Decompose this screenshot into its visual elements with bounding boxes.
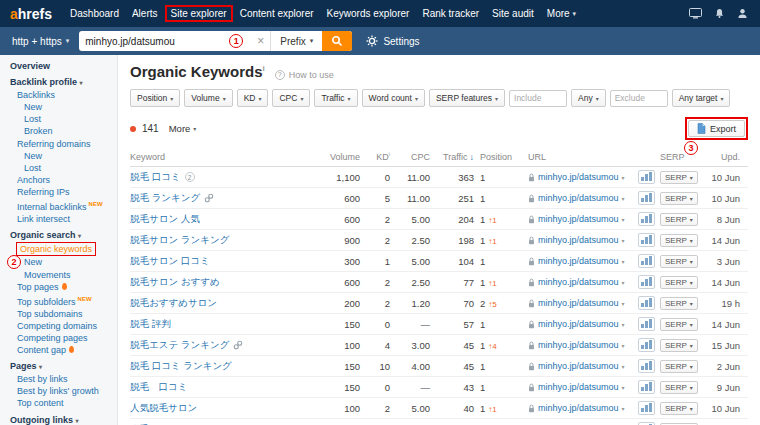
sidebar-item-link-intersect[interactable]: Link intersect	[10, 213, 115, 225]
url-link[interactable]: minhyo.jp/datsumou	[538, 193, 619, 203]
sidebar-item-best-by-links-growth[interactable]: Best by links' growth	[10, 385, 115, 397]
url-link[interactable]: minhyo.jp/datsumou	[538, 319, 619, 329]
column-header-volume[interactable]: Volume	[316, 152, 366, 162]
keyword-chart-button[interactable]	[638, 212, 655, 226]
keyword-chart-button[interactable]	[638, 380, 655, 394]
nav-item-dashboard[interactable]: Dashboard	[64, 5, 125, 22]
keyword-link[interactable]: 人気脱毛サロン	[130, 402, 197, 415]
serp-dropdown-button[interactable]: SERP▾	[660, 171, 698, 184]
nav-item-site-explorer[interactable]: Site explorer	[165, 5, 233, 22]
keyword-link[interactable]: 脱毛おすすめサロン	[130, 297, 217, 310]
filter-cpc-button[interactable]: CPC▾	[272, 89, 310, 107]
clear-input-icon[interactable]: ×	[251, 34, 270, 48]
sidebar-item-anchors[interactable]: Anchors	[10, 174, 115, 186]
export-button[interactable]: Export	[688, 120, 745, 137]
exclude-filter-input[interactable]	[610, 90, 668, 107]
column-header-kd[interactable]: KDi	[366, 151, 396, 162]
keyword-link[interactable]: 脱毛 口コミ	[130, 381, 187, 394]
sidebar-item-top-subdomains[interactable]: Top subdomains	[10, 308, 115, 320]
serp-dropdown-button[interactable]: SERP▾	[660, 213, 698, 226]
url-dropdown-icon[interactable]: ▾	[622, 384, 625, 391]
keyword-link[interactable]: 脱毛サロン ランキング	[130, 234, 229, 247]
keyword-chart-button[interactable]	[638, 317, 655, 331]
keyword-chart-button[interactable]	[638, 359, 655, 373]
url-link[interactable]: minhyo.jp/datsumou	[538, 277, 619, 287]
protocol-select[interactable]: http + https▾	[10, 36, 79, 47]
target-mode-button[interactable]: Any target▾	[672, 89, 731, 107]
serp-dropdown-button[interactable]: SERP▾	[660, 318, 698, 331]
keyword-link[interactable]: 脱毛エステ ランキング	[130, 339, 229, 352]
url-dropdown-icon[interactable]: ▾	[622, 363, 625, 370]
filter-traffic-button[interactable]: Traffic▾	[314, 89, 357, 107]
url-dropdown-icon[interactable]: ▾	[622, 405, 625, 412]
keyword-chart-button[interactable]	[638, 275, 655, 289]
sidebar-item-competing-pages[interactable]: Competing pages	[10, 332, 115, 344]
nav-item-keywords-explorer[interactable]: Keywords explorer	[321, 5, 416, 22]
sidebar-item-new[interactable]: New	[10, 150, 115, 162]
sidebar-item-top-subfolders[interactable]: Top subfoldersNEW	[10, 293, 115, 308]
sidebar-item-organic-search[interactable]: Organic search ▾	[10, 229, 115, 242]
sidebar-item-content-gap[interactable]: Content gap	[10, 344, 115, 356]
serp-dropdown-button[interactable]: SERP▾	[660, 297, 698, 310]
nav-item-rank-tracker[interactable]: Rank tracker	[416, 5, 485, 22]
keyword-chart-button[interactable]	[638, 296, 655, 310]
nav-item-alerts[interactable]: Alerts	[126, 5, 164, 22]
url-dropdown-icon[interactable]: ▾	[622, 195, 625, 202]
keyword-link[interactable]: 脱毛サロン 口コミ	[130, 255, 210, 268]
sidebar-item-overview[interactable]: Overview	[10, 60, 115, 72]
sidebar-item-pages[interactable]: Pages ▾	[10, 360, 115, 373]
serp-dropdown-button[interactable]: SERP▾	[660, 381, 698, 394]
keyword-link[interactable]: 脱毛 評判	[130, 318, 171, 331]
how-to-use-link[interactable]: ?How to use	[275, 70, 334, 80]
bell-icon[interactable]	[714, 8, 725, 19]
include-filter-input[interactable]	[509, 90, 567, 107]
sidebar-item-internal-backlinks[interactable]: Internal backlinksNEW	[10, 198, 115, 213]
keyword-link[interactable]: 脱毛サロン おすすめ	[130, 276, 220, 289]
keyword-link[interactable]: 脱毛 口コミ ランキング	[130, 360, 232, 373]
more-button[interactable]: More▾	[169, 123, 197, 134]
serp-dropdown-button[interactable]: SERP▾	[660, 234, 698, 247]
keyword-chart-button[interactable]	[638, 233, 655, 247]
sidebar-item-competing-domains[interactable]: Competing domains	[10, 320, 115, 332]
serp-dropdown-button[interactable]: SERP▾	[660, 339, 698, 352]
url-link[interactable]: minhyo.jp/datsumou	[538, 361, 619, 371]
url-link[interactable]: minhyo.jp/datsumou	[538, 403, 619, 413]
sidebar-item-outgoing-links[interactable]: Outgoing links ▾	[10, 414, 115, 425]
keyword-chart-button[interactable]	[638, 254, 655, 268]
keyword-link[interactable]: 脱毛 ランキング	[130, 192, 200, 205]
keyword-chart-button[interactable]	[638, 401, 655, 415]
ahrefs-logo[interactable]: ahrefs	[10, 6, 52, 22]
url-dropdown-icon[interactable]: ▾	[622, 279, 625, 286]
filter-word-count-button[interactable]: Word count▾	[362, 89, 425, 107]
url-dropdown-icon[interactable]: ▾	[622, 216, 625, 223]
column-header-serp[interactable]: SERP	[660, 152, 704, 162]
url-link[interactable]: minhyo.jp/datsumou	[538, 256, 619, 266]
settings-button[interactable]: Settings	[366, 35, 419, 47]
include-mode-button[interactable]: Any▾	[571, 89, 606, 107]
serp-dropdown-button[interactable]: SERP▾	[660, 276, 698, 289]
column-header-cpc[interactable]: CPC	[396, 152, 436, 162]
column-header-traffic[interactable]: Traffic↓	[436, 152, 480, 162]
url-link[interactable]: minhyo.jp/datsumou	[538, 214, 619, 224]
sidebar-item-lost[interactable]: Lost	[10, 113, 115, 125]
sidebar-item-backlink-profile[interactable]: Backlink profile ▾	[10, 76, 115, 89]
user-icon[interactable]	[737, 8, 748, 19]
nav-item-content-explorer[interactable]: Content explorer	[234, 5, 320, 22]
url-dropdown-icon[interactable]: ▾	[622, 342, 625, 349]
sidebar-item-best-by-links[interactable]: Best by links	[10, 373, 115, 385]
url-link[interactable]: minhyo.jp/datsumou	[538, 340, 619, 350]
sidebar-item-movements[interactable]: Movements	[10, 269, 115, 281]
url-link[interactable]: minhyo.jp/datsumou	[538, 172, 619, 182]
column-header-upd[interactable]: Upd.	[704, 152, 746, 162]
filter-kd-button[interactable]: KD▾	[237, 89, 269, 107]
column-header-url[interactable]: URL	[528, 152, 638, 162]
sidebar-item-referring-domains[interactable]: Referring domains	[10, 138, 115, 150]
serp-dropdown-button[interactable]: SERP▾	[660, 255, 698, 268]
nav-item-site-audit[interactable]: Site audit	[486, 5, 540, 22]
sidebar-item-new[interactable]: New	[10, 256, 115, 268]
url-dropdown-icon[interactable]: ▾	[622, 237, 625, 244]
keyword-chart-button[interactable]	[638, 170, 655, 184]
url-link[interactable]: minhyo.jp/datsumou	[538, 382, 619, 392]
url-dropdown-icon[interactable]: ▾	[622, 300, 625, 307]
url-dropdown-icon[interactable]: ▾	[622, 174, 625, 181]
